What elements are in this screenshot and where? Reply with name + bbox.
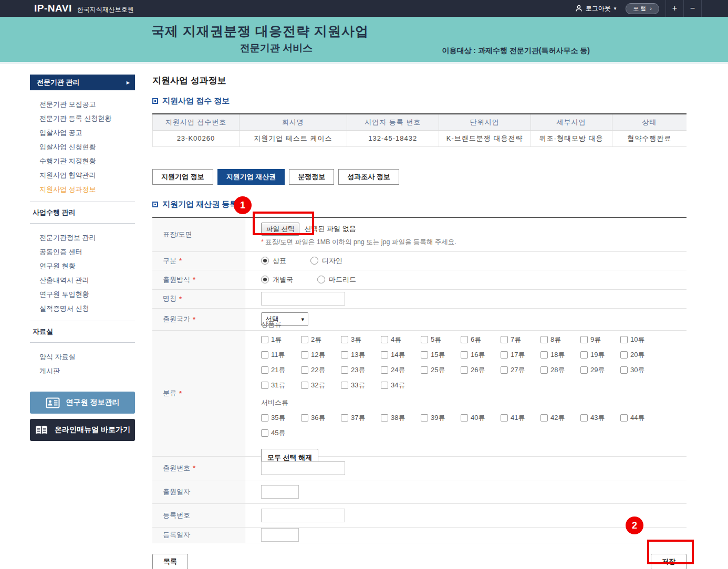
tab[interactable]: 분쟁정보 [289,169,334,185]
class-checkbox-option[interactable]: 23류 [341,365,381,375]
sidebar-item[interactable]: 전문기관정보 관리 [39,230,135,245]
checkbox-label: 16류 [471,350,485,360]
class-checkbox-option[interactable]: 16류 [461,350,501,360]
list-button[interactable]: 목록 [152,554,188,569]
category-radio-option[interactable]: 상표 [261,256,286,266]
category-radio-option[interactable]: 디자인 [310,256,342,266]
class-checkbox-option[interactable]: 13류 [341,350,381,360]
name-input[interactable] [261,292,345,305]
book-icon [35,425,48,435]
class-checkbox-option[interactable]: 40류 [461,413,501,423]
class-checkbox-option[interactable]: 41류 [501,413,540,423]
filing-method-radio-option[interactable]: 마드리드 [317,275,356,284]
chevron-down-icon: ▾ [301,316,304,323]
class-checkbox-option[interactable]: 43류 [580,413,620,423]
class-checkbox-option[interactable]: 19류 [580,350,620,360]
sidebar-item[interactable]: 연구원 투입현황 [39,287,135,301]
tab[interactable]: 지원기업 재산권 [217,169,285,185]
class-checkbox-option[interactable]: 4류 [381,335,421,344]
class-checkbox-option[interactable]: 27류 [501,365,540,375]
class-checkbox-option[interactable]: 30류 [620,365,660,375]
class-checkbox-option[interactable]: 31류 [261,381,301,390]
class-checkbox-option[interactable]: 17류 [501,350,540,360]
class-checkbox-option[interactable]: 42류 [540,413,580,423]
checkbox-label: 5류 [431,335,441,344]
registration-number-input[interactable] [261,509,345,522]
class-checkbox-option[interactable]: 29류 [580,365,620,375]
class-checkbox-option[interactable]: 38류 [381,413,421,423]
reception-cell: 23-K00260 [153,130,240,146]
application-date-input[interactable] [261,485,299,499]
class-checkbox-option[interactable]: 9류 [580,335,620,344]
class-checkbox-option[interactable]: 6류 [461,335,501,344]
class-checkbox-option[interactable]: 21류 [261,365,301,375]
class-checkbox-option[interactable]: 45류 [261,428,301,438]
sidebar-menu-header[interactable]: 전문기관 관리 ▶ [30,75,135,90]
class-checkbox-option[interactable]: 35류 [261,413,301,423]
class-checkbox-option[interactable]: 36류 [301,413,341,423]
class-checkbox-option[interactable]: 10류 [620,335,660,344]
class-checkbox-option[interactable]: 39류 [421,413,461,423]
sidebar-item[interactable]: 전문기관 등록 신청현황 [39,111,135,125]
brand-home-link[interactable]: IP-NAVI 한국지식재산보호원 [34,3,134,14]
font-zoom-out-button[interactable]: − [683,0,701,17]
checkbox-label: 28류 [550,365,565,375]
sidebar-item[interactable]: 입찰사업 공고 [39,125,135,140]
filing-method-radio-option[interactable]: 개별국 [261,275,293,284]
class-checkbox-option[interactable]: 8류 [540,335,580,344]
class-checkbox-option[interactable]: 37류 [341,413,381,423]
class-checkbox-option[interactable]: 18류 [540,350,580,360]
checkbox-label: 10류 [630,335,644,344]
class-checkbox-option[interactable]: 3류 [341,335,381,344]
class-checkbox-option[interactable]: 44류 [620,413,660,423]
application-number-input[interactable] [261,461,345,475]
class-checkbox-option[interactable]: 34류 [381,381,421,390]
sidebar-item[interactable]: 산출내역서 관리 [39,273,135,287]
sidebar-item[interactable]: 실적증명서 신청 [39,301,135,315]
checkbox-label: 34류 [391,381,405,390]
class-checkbox-option[interactable]: 22류 [301,365,341,375]
sidebar-item[interactable]: 공동인증 센터 [39,245,135,259]
class-checkbox-option[interactable]: 12류 [301,350,341,360]
class-checkbox-option[interactable]: 11류 [261,350,301,360]
class-checkbox-option[interactable]: 28류 [540,365,580,375]
class-checkbox-option[interactable]: 14류 [381,350,421,360]
checkbox-label: 12류 [311,350,325,360]
researcher-info-button[interactable]: 연구원 정보관리 [30,392,135,414]
class-checkbox-option[interactable]: 1류 [261,335,301,344]
sidebar-item[interactable]: 지원사업 성과정보 [39,182,135,196]
checkbox-icon [461,366,468,374]
class-checkbox-option[interactable]: 20류 [620,350,660,360]
class-checkbox-option[interactable]: 33류 [341,381,381,390]
sidebar-item[interactable]: 수행기관 지정현황 [39,154,135,168]
online-manual-button[interactable]: 온라인매뉴얼 바로가기 [30,419,135,441]
class-checkbox-option[interactable]: 5류 [421,335,461,344]
class-checkbox-option[interactable]: 25류 [421,365,461,375]
chevron-right-icon: ▶ [127,80,130,85]
required-mark: * [179,257,182,265]
class-checkbox-option[interactable]: 2류 [301,335,341,344]
sidebar-item[interactable]: 게시판 [39,364,135,378]
registration-date-input[interactable] [261,528,299,542]
tab[interactable]: 성과조사 정보 [338,169,399,185]
sidebar-item[interactable]: 양식 자료실 [39,350,135,364]
tab[interactable]: 지원기업 정보 [152,169,213,185]
checkbox-icon [540,414,548,422]
logout-menu[interactable]: 로그아웃 ▾ [575,4,617,13]
checkbox-icon [341,366,348,374]
class-checkbox-option[interactable]: 15류 [421,350,461,360]
sidebar-item[interactable]: 전문기관 모집공고 [39,97,135,111]
class-checkbox-option[interactable]: 24류 [381,365,421,375]
sidebar-item[interactable]: 입찰사업 신청현황 [39,140,135,154]
sidebar-item[interactable]: 연구원 현황 [39,259,135,273]
checkbox-label: 22류 [311,365,325,375]
font-zoom-in-button[interactable]: + [665,0,683,17]
class-checkbox-option[interactable]: 7류 [501,335,540,344]
required-mark: * [193,315,195,323]
sidebar-item[interactable]: 지원사업 협약관리 [39,168,135,182]
reception-column-header: 사업자 등록 번호 [347,114,439,130]
checkbox-icon [381,351,388,359]
class-checkbox-option[interactable]: 32류 [301,381,341,390]
class-checkbox-option[interactable]: 26류 [461,365,501,375]
portal-button[interactable]: 포 털 › [626,3,659,14]
